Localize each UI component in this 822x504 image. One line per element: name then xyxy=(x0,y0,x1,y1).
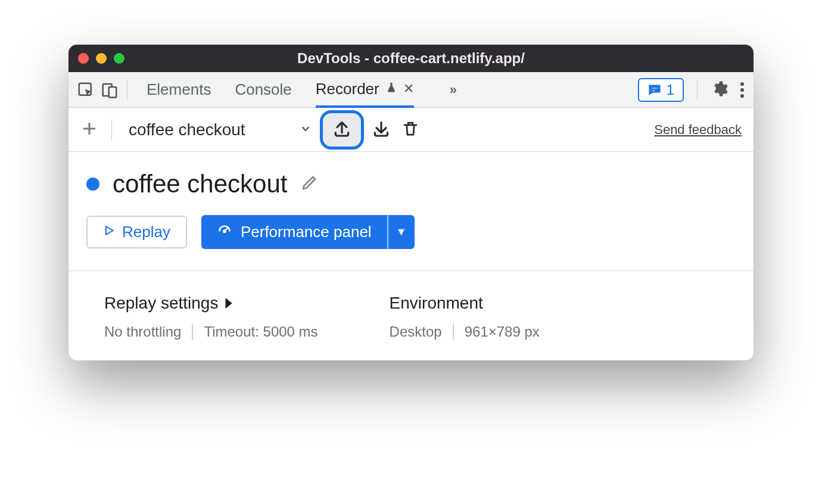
flask-icon xyxy=(385,80,397,98)
devtools-tabbar: Elements Console Recorder ✕ » 1 xyxy=(68,72,754,108)
caret-right-icon xyxy=(224,294,232,313)
zoom-window-button[interactable] xyxy=(114,53,124,64)
tab-console[interactable]: Console xyxy=(235,72,291,108)
recorder-toolbar: coffee checkout xyxy=(68,108,754,152)
download-icon xyxy=(372,130,391,140)
settings-row: Replay settings No throttling Timeout: 5… xyxy=(104,294,736,340)
play-icon xyxy=(103,223,115,241)
caret-down-icon: ▼ xyxy=(396,226,407,238)
chevron-down-icon xyxy=(299,120,312,139)
pencil-icon xyxy=(300,183,318,194)
recorder-main: coffee checkout Replay Performance xyxy=(68,152,754,340)
throttling-value: No throttling xyxy=(104,323,181,340)
issues-badge[interactable]: 1 xyxy=(638,78,684,102)
svg-point-7 xyxy=(740,94,744,97)
window-title: DevTools - coffee-cart.netlify.app/ xyxy=(68,50,754,67)
performance-label: Performance panel xyxy=(241,223,372,241)
svg-rect-3 xyxy=(652,88,658,89)
section-divider xyxy=(68,270,754,271)
import-button[interactable] xyxy=(372,119,391,141)
recording-name: coffee checkout xyxy=(129,120,245,139)
close-icon[interactable]: ✕ xyxy=(403,81,414,97)
new-recording-button[interactable] xyxy=(80,120,98,140)
send-feedback-link[interactable]: Send feedback xyxy=(654,122,742,138)
environment-heading: Environment xyxy=(390,294,540,313)
more-tabs-icon[interactable]: » xyxy=(450,82,457,98)
value-divider xyxy=(453,323,454,340)
svg-rect-2 xyxy=(109,87,117,98)
tab-elements[interactable]: Elements xyxy=(147,72,211,108)
svg-rect-4 xyxy=(652,90,655,91)
svg-point-5 xyxy=(740,82,744,85)
performance-dropdown[interactable]: ▼ xyxy=(387,215,415,249)
trash-icon xyxy=(401,129,419,139)
recording-title: coffee checkout xyxy=(113,170,287,198)
toolbar-divider xyxy=(111,120,112,140)
recording-status-dot xyxy=(86,178,99,191)
replay-settings-heading[interactable]: Replay settings xyxy=(104,294,318,313)
performance-panel-button[interactable]: Performance panel ▼ xyxy=(201,215,415,249)
window-titlebar: DevTools - coffee-cart.netlify.app/ xyxy=(68,45,754,72)
devtools-window: DevTools - coffee-cart.netlify.app/ Elem… xyxy=(68,45,754,360)
action-buttons: Replay Performance panel ▼ xyxy=(86,215,736,249)
device-toolbar-icon[interactable] xyxy=(101,78,119,102)
tab-label: Elements xyxy=(147,80,211,99)
heading-text: Replay settings xyxy=(104,294,218,313)
edit-title-button[interactable] xyxy=(300,174,318,194)
recording-title-row: coffee checkout xyxy=(86,170,736,198)
value-divider xyxy=(192,323,193,340)
tab-list: Elements Console Recorder ✕ » xyxy=(147,72,457,108)
tab-recorder[interactable]: Recorder ✕ xyxy=(316,72,414,108)
recording-select[interactable]: coffee checkout xyxy=(129,120,312,139)
viewport-value: 961×789 px xyxy=(465,323,540,340)
replay-settings-values: No throttling Timeout: 5000 ms xyxy=(104,323,318,340)
minimize-window-button[interactable] xyxy=(96,53,107,64)
tab-label: Recorder xyxy=(316,80,379,98)
toolbar-right: 1 xyxy=(638,78,745,102)
export-button[interactable] xyxy=(323,113,361,147)
heading-text: Environment xyxy=(390,294,483,313)
timeout-value: Timeout: 5000 ms xyxy=(204,323,317,340)
svg-point-8 xyxy=(223,230,225,232)
replay-button[interactable]: Replay xyxy=(86,216,187,248)
environment-column: Environment Desktop 961×789 px xyxy=(390,294,540,340)
device-value: Desktop xyxy=(390,323,442,340)
tab-label: Console xyxy=(235,80,291,99)
toolbar-divider xyxy=(127,80,127,100)
more-menu-icon[interactable] xyxy=(739,81,745,99)
delete-button[interactable] xyxy=(401,120,419,140)
issues-count: 1 xyxy=(667,82,674,98)
svg-point-6 xyxy=(740,88,744,91)
replay-label: Replay xyxy=(122,223,170,241)
inspect-element-icon[interactable] xyxy=(77,78,95,102)
traffic-lights xyxy=(68,53,124,64)
toolbar-divider xyxy=(697,80,698,100)
upload-icon xyxy=(332,119,351,141)
settings-gear-icon[interactable] xyxy=(711,80,728,100)
replay-settings-column: Replay settings No throttling Timeout: 5… xyxy=(104,294,318,340)
environment-values: Desktop 961×789 px xyxy=(390,323,540,340)
close-window-button[interactable] xyxy=(78,53,89,64)
gauge-icon xyxy=(217,222,232,242)
